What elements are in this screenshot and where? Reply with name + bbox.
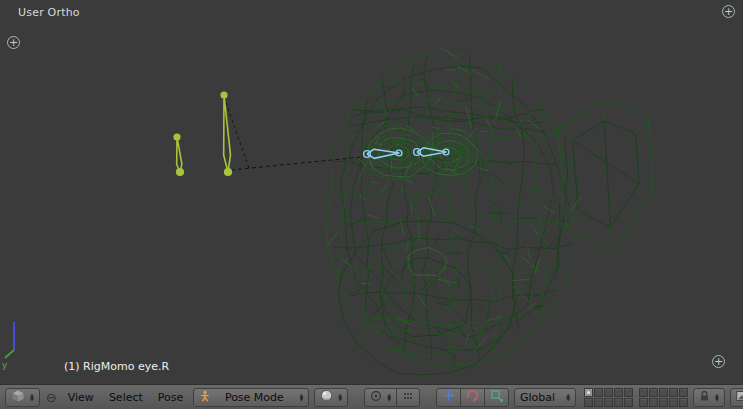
layer-toggle-10[interactable] [624,398,633,407]
chevron-updown-icon: ▲▼ [566,393,570,402]
layer-toggle-9[interactable] [614,398,623,407]
layer-toggle-20[interactable] [679,398,688,407]
manipulator-scale-button[interactable] [484,388,509,407]
layer-toggle-4[interactable] [614,388,623,397]
layer-toggle-2[interactable] [594,388,603,397]
menu-select[interactable]: Select [104,391,148,404]
wireframe-mesh [326,47,653,375]
chevron-updown-icon: ▲▼ [338,393,342,402]
layer-toggle-1[interactable] [584,388,593,397]
viewport-3d-icon [11,389,25,406]
center-points-icon [402,390,414,405]
rotate-icon [466,389,479,405]
menu-pose[interactable]: Pose [153,391,188,404]
mode-dropdown-label: Pose Mode [225,391,284,404]
chevron-updown-icon: ▲▼ [387,393,391,402]
layer-buttons [584,388,688,407]
orientation-dropdown-label: Global [520,391,555,404]
bone-relationship-lines [224,97,362,170]
pose-mode-icon [199,390,211,405]
layer-grid-2 [639,388,688,407]
active-object-label: (1) RigMomo eye.R [64,360,169,373]
layer-toggle-5[interactable] [624,388,633,397]
pivot-point-icon [370,390,382,405]
layer-toggle-19[interactable] [669,398,678,407]
region-expand-icon[interactable]: + [712,355,725,368]
scale-icon [490,389,503,405]
axis-gizmo: y [2,322,14,370]
chevron-updown-icon: ▲▼ [715,393,719,402]
axis-y-label: y [2,360,8,370]
collapse-menus-icon[interactable]: ⊖ [45,390,58,405]
orientation-dropdown[interactable]: Global ▲▼ [514,388,576,407]
blender-3d-viewport: y User Ortho (1) RigMomo eye.R + + + ▲▼ … [0,0,743,409]
viewport-shading-dropdown[interactable]: ▲▼ [314,388,348,407]
menu-view[interactable]: View [63,391,99,404]
layer-toggle-11[interactable] [639,388,648,397]
layer-toggle-17[interactable] [649,398,658,407]
layer-toggle-16[interactable] [639,398,648,407]
layer-toggle-3[interactable] [604,388,613,397]
mode-dropdown[interactable]: Pose Mode ▲▼ [193,388,309,407]
layer-toggle-8[interactable] [604,398,613,407]
region-expand-icon[interactable]: + [722,5,735,18]
layer-toggle-14[interactable] [669,388,678,397]
layer-toggle-18[interactable] [659,398,668,407]
chevron-updown-icon: ▲▼ [299,393,303,402]
render-image-icon [736,390,743,405]
pivot-point-dropdown[interactable]: ▲▼ [364,388,397,407]
layer-toggle-6[interactable] [584,398,593,407]
chevron-updown-icon: ▲▼ [30,393,34,402]
layer-toggle-13[interactable] [659,388,668,397]
layer-toggle-15[interactable] [679,388,688,397]
viewport-canvas[interactable]: y [0,0,743,384]
lock-icon [699,390,710,405]
layer-toggle-12[interactable] [649,388,658,397]
viewport-header: ▲▼ ⊖ View Select Pose Pose Mode ▲▼ [0,384,743,409]
lock-to-scene-button[interactable]: ▲▼ [693,388,725,407]
manipulator-translate-button[interactable] [436,388,461,407]
armature-bones-green[interactable] [174,92,231,175]
view-orientation-label: User Ortho [18,6,80,19]
translate-icon [442,389,455,405]
editor-type-button[interactable]: ▲▼ [5,388,40,407]
manipulator-rotate-button[interactable] [460,388,485,407]
manipulate-center-points-button[interactable] [396,388,420,407]
layer-toggle-7[interactable] [594,398,603,407]
shading-sphere-icon [320,389,333,405]
render-opengl-button[interactable] [730,388,743,407]
region-expand-icon[interactable]: + [7,36,20,49]
layer-grid-1 [584,388,633,407]
